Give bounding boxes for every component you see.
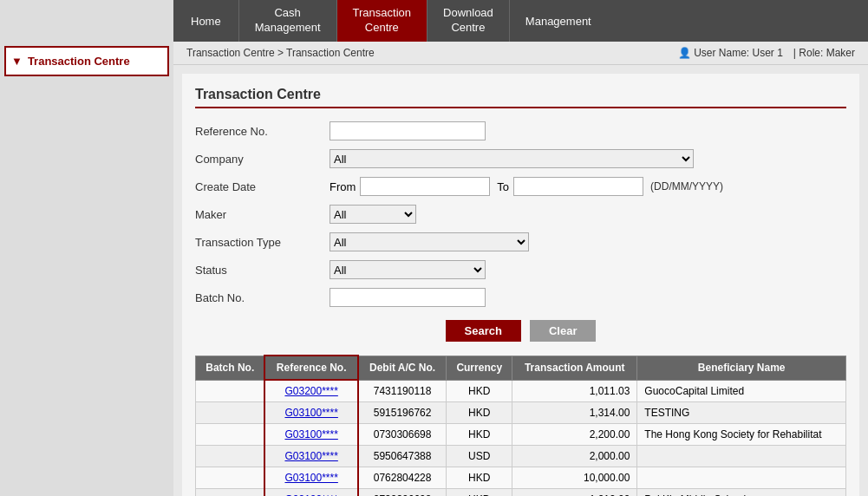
table-cell: 5915196762 [358,402,447,424]
table-cell [196,467,265,489]
main-content: Transaction Centre > Transaction Centre … [173,42,868,496]
table-cell: 1,314.00 [512,402,637,424]
nav-item-cash-management[interactable]: CashManagement [239,0,337,42]
ref-link[interactable]: G03100**** [284,450,337,462]
table-cell: Pui Kiu Middle School [637,489,846,497]
table-cell: GuocoCapital Limited [637,380,846,402]
table-cell [196,402,265,424]
create-date-label: Create Date [195,180,330,193]
table-cell[interactable]: G03100**** [264,489,357,497]
table-cell: 10,000.00 [512,467,637,489]
table-cell: HKD [447,489,512,497]
date-from-input[interactable] [360,177,490,196]
table-cell [637,446,846,467]
table-cell: 0762804228 [358,467,447,489]
table-cell [196,446,265,467]
table-row: G03100****0730306698HKD2,200.00The Hong … [196,424,846,446]
table-cell [196,424,265,446]
maker-label: Maker [195,208,330,221]
table-cell[interactable]: G03200**** [264,380,357,402]
company-label: Company [195,153,330,166]
table-cell: 1,011.03 [512,380,637,402]
company-select[interactable]: All [330,149,694,168]
table-row: G03100****5915196762HKD1,314.00TESTING [196,402,846,424]
table-cell [196,489,265,497]
table-cell: 5950647388 [358,446,447,467]
col-currency: Currency [447,356,512,380]
table-cell: The Hong Kong Society for Rehabilitat [637,424,846,446]
table-cell: HKD [447,402,512,424]
col-beneficiary: Beneficiary Name [637,356,846,380]
date-hint: (DD/MM/YYYY) [650,180,723,193]
table-cell [196,380,265,402]
to-label: To [497,180,509,193]
nav-item-home[interactable]: Home [173,0,239,42]
sidebar-item-transaction-centre[interactable]: ▼ Transaction Centre [4,46,169,76]
table-cell: 0730306698 [358,489,447,497]
ref-no-label: Reference No. [195,125,330,138]
table-cell: TESTING [637,402,846,424]
table-cell [637,467,846,489]
table-cell: 2,200.00 [512,424,637,446]
batch-no-input[interactable] [330,288,486,307]
ref-link[interactable]: G03100**** [284,428,337,441]
ref-no-input[interactable] [330,121,486,140]
batch-no-label: Batch No. [195,291,330,304]
col-ref-no: Reference No. [264,356,357,380]
nav-item-management[interactable]: Management [510,0,607,42]
date-to-input[interactable] [513,177,643,196]
col-amount: Transaction Amount [512,356,637,380]
table-row: G03100****0762804228HKD10,000.00 [196,467,846,489]
sidebar: ▼ Transaction Centre [0,42,173,496]
transaction-type-select[interactable]: All [330,232,529,251]
ref-link[interactable]: G03100**** [284,407,337,419]
table-cell[interactable]: G03100**** [264,424,357,446]
status-label: Status [195,264,330,277]
user-icon: 👤 [678,47,691,59]
form: Reference No. Company All Create Date Fr… [195,121,846,307]
table-row: G03100****5950647388USD2,000.00 [196,446,846,467]
nav-item-download-centre[interactable]: DownloadCentre [427,0,510,42]
transaction-type-label: Transaction Type [195,236,330,249]
results-table: Batch No. Reference No. Debit A/C No. Cu… [195,355,846,496]
table-cell: 1,212.00 [512,489,637,497]
table-cell[interactable]: G03100**** [264,402,357,424]
search-button[interactable]: Search [446,320,521,342]
table-cell: 7431190118 [358,380,447,402]
table-cell: HKD [447,380,512,402]
user-role: | Role: Maker [793,47,855,59]
nav-item-transaction-centre[interactable]: TransactionCentre [337,0,427,42]
table-cell[interactable]: G03100**** [264,446,357,467]
table-row: G03200****7431190118HKD1,011.03GuocoCapi… [196,380,846,402]
ref-link[interactable]: G03200**** [284,385,337,397]
arrow-icon: ▼ [11,55,23,68]
user-name: 👤 User Name: User 1 [678,47,783,59]
table-cell[interactable]: G03100**** [264,467,357,489]
table-row: G03100****0730306698HKD1,212.00Pui Kiu M… [196,489,846,497]
page-title: Transaction Centre [195,87,846,108]
table-cell: 0730306698 [358,424,447,446]
table-cell: HKD [447,424,512,446]
ref-link[interactable]: G03100**** [284,472,337,484]
table-cell: USD [447,446,512,467]
table-cell: 2,000.00 [512,446,637,467]
clear-button[interactable]: Clear [530,320,597,342]
maker-select[interactable]: All [330,205,416,224]
breadcrumb: Transaction Centre > Transaction Centre [186,47,375,59]
status-select[interactable]: All [330,260,486,279]
table-cell: HKD [447,467,512,489]
col-debit: Debit A/C No. [358,356,447,380]
breadcrumb-bar: Transaction Centre > Transaction Centre … [173,42,868,65]
col-batch-no: Batch No. [196,356,265,380]
from-label: From [330,180,356,193]
sidebar-title: Transaction Centre [28,55,130,68]
